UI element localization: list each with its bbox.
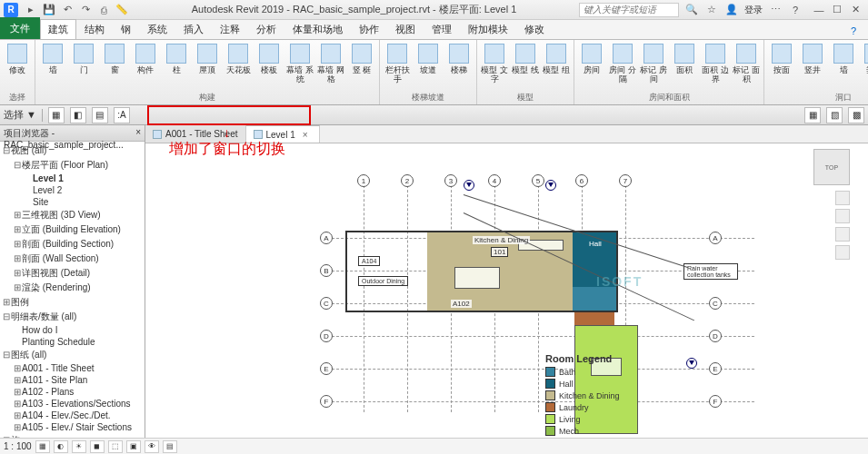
- ribbon-button-构件[interactable]: 构件: [131, 42, 160, 76]
- user-icon[interactable]: 👤: [724, 3, 739, 17]
- ribbon-button-楼板[interactable]: 楼板: [254, 42, 284, 76]
- ribbon-tab-附加模块[interactable]: 附加模块: [460, 19, 516, 39]
- view-scale[interactable]: 1 : 100: [4, 441, 32, 451]
- qat-undo-icon[interactable]: ↶: [60, 3, 75, 17]
- tree-node[interactable]: ⊞A105 - Elev./ Stair Sections: [2, 421, 143, 433]
- ribbon-button-墙[interactable]: 墙: [829, 42, 858, 76]
- opt-btn-1[interactable]: ▦: [48, 107, 65, 123]
- ribbon-button-窗[interactable]: 窗: [100, 42, 129, 76]
- browser-tree[interactable]: ⊟视图 (all)⊟楼层平面 (Floor Plan)Level 1Level …: [0, 142, 145, 438]
- ribbon-button-柱[interactable]: 柱: [162, 42, 191, 76]
- detail-level-icon[interactable]: ▦: [35, 440, 50, 453]
- drawing-canvas[interactable]: TOP 1234567 AABBCCDDEEFF: [145, 143, 868, 438]
- minimize-button[interactable]: —: [810, 3, 828, 17]
- app-icon[interactable]: R: [4, 3, 18, 17]
- tree-node[interactable]: ⊟明细表/数量 (all): [2, 310, 143, 324]
- select-dropdown[interactable]: 选择 ▼: [4, 108, 36, 122]
- ribbon-button-屋顶[interactable]: 屋顶: [193, 42, 222, 76]
- tree-node[interactable]: ⊞立面 (Building Elevation): [2, 222, 143, 237]
- doc-tab-A001---Title-Sheet[interactable]: A001 - Title Sheet: [145, 125, 246, 143]
- ribbon-button-面积[interactable]: 面积: [670, 42, 699, 76]
- tree-node[interactable]: ⊞详图视图 (Detail): [2, 266, 143, 281]
- tree-node[interactable]: ⊞剖面 (Building Section): [2, 237, 143, 252]
- ribbon-button-楼梯[interactable]: 楼梯: [444, 42, 474, 76]
- ribbon-button-标记房间[interactable]: 标记 房间: [639, 42, 668, 85]
- browser-close-icon[interactable]: ×: [135, 127, 141, 139]
- ribbon-button-幕墙网格[interactable]: 幕墙 网格: [316, 42, 345, 85]
- ribbon-button-模型线[interactable]: 模型 线: [511, 42, 540, 76]
- tree-node[interactable]: ⊞A101 - Site Plan: [2, 374, 143, 386]
- tree-node[interactable]: ⊞图例: [2, 295, 143, 310]
- nav-pan-icon[interactable]: [835, 227, 850, 242]
- qat-save-icon[interactable]: 💾: [42, 3, 56, 17]
- visual-style-icon[interactable]: ◐: [54, 440, 68, 453]
- tree-node[interactable]: ⊞A102 - Plans: [2, 386, 143, 398]
- shadows-icon[interactable]: ◼: [90, 440, 105, 453]
- qat-open-icon[interactable]: ▸: [24, 3, 38, 17]
- ribbon-button-门[interactable]: 门: [69, 42, 98, 76]
- tree-node[interactable]: ⊞A103 - Elevations/Sections: [2, 398, 143, 410]
- ribbon-tab-file[interactable]: 文件: [0, 17, 40, 39]
- nav-zoom-icon[interactable]: [835, 245, 850, 260]
- tree-node[interactable]: Level 1: [2, 173, 143, 184]
- ribbon-button-坡道[interactable]: 坡道: [414, 42, 443, 76]
- tree-node[interactable]: ⊞渲染 (Rendering): [2, 281, 143, 295]
- tree-node[interactable]: ⊞剖面 (Wall Section): [2, 252, 143, 266]
- ribbon-tab-协作[interactable]: 协作: [351, 19, 387, 39]
- nav-home-icon[interactable]: [835, 191, 850, 205]
- login-label[interactable]: 登录: [744, 4, 763, 16]
- nav-wheel-icon[interactable]: [835, 209, 850, 223]
- doc-tab-Level-1[interactable]: Level 1×: [246, 125, 320, 143]
- ribbon-button-墙[interactable]: 墙: [38, 42, 67, 76]
- ribbon-button-房间[interactable]: 房间: [577, 42, 606, 76]
- ribbon-button-按面[interactable]: 按面: [767, 42, 796, 76]
- tree-node[interactable]: ⊞A104 - Elev./Sec./Det.: [2, 410, 143, 421]
- opt-btn-3[interactable]: ▤: [92, 107, 108, 123]
- doc-tab-close-icon[interactable]: ×: [299, 130, 312, 140]
- ribbon-tab-分析[interactable]: 分析: [248, 19, 284, 39]
- tree-node[interactable]: ⊞族: [2, 433, 143, 438]
- opt-btn-6[interactable]: ▧: [826, 107, 843, 123]
- opt-btn-4[interactable]: :A: [114, 107, 130, 123]
- tree-node[interactable]: ⊞A001 - Title Sheet: [2, 362, 143, 374]
- sun-path-icon[interactable]: ☀: [72, 440, 86, 453]
- ribbon-button-标记面积[interactable]: 标记 面积: [732, 42, 761, 85]
- ribbon-button-竖井[interactable]: 竖井: [798, 42, 827, 76]
- tree-node[interactable]: ⊞三维视图 (3D View): [2, 208, 143, 222]
- opt-btn-7[interactable]: ▩: [848, 107, 864, 123]
- ribbon-tab-钢[interactable]: 钢: [113, 19, 139, 39]
- ribbon-button-竖梃[interactable]: 竖 梃: [347, 42, 376, 76]
- ribbon-button-模型组[interactable]: 模型 组: [542, 42, 571, 76]
- crop-region-icon[interactable]: ▣: [126, 440, 141, 453]
- infocenter-icon[interactable]: 🔍: [684, 3, 699, 17]
- qat-redo-icon[interactable]: ↷: [78, 3, 93, 17]
- tree-node[interactable]: Level 2: [2, 184, 143, 196]
- tree-node[interactable]: Site: [2, 196, 143, 208]
- ribbon-tab-注释[interactable]: 注释: [212, 19, 248, 39]
- ribbon-help[interactable]: ?: [843, 22, 864, 39]
- maximize-button[interactable]: ☐: [828, 3, 846, 17]
- ribbon-button-天花板[interactable]: 天花板: [224, 42, 253, 76]
- search-input[interactable]: [579, 3, 679, 17]
- view-cube[interactable]: TOP: [813, 149, 850, 185]
- ribbon-tab-管理[interactable]: 管理: [424, 19, 460, 39]
- ribbon-button-幕墙系统[interactable]: 幕墙 系统: [285, 42, 314, 85]
- ribbon-tab-结构[interactable]: 结构: [76, 19, 113, 39]
- hide-icon[interactable]: 👁: [145, 440, 159, 453]
- tree-node[interactable]: ⊟视图 (all): [2, 143, 143, 158]
- ribbon-tab-插入[interactable]: 插入: [175, 19, 212, 39]
- qat-measure-icon[interactable]: 📏: [115, 3, 129, 17]
- ribbon-button-房间分隔[interactable]: 房间 分隔: [608, 42, 637, 85]
- opt-btn-2[interactable]: ◧: [70, 107, 86, 123]
- help-icon[interactable]: ?: [788, 3, 803, 17]
- tree-node[interactable]: How do I: [2, 324, 143, 336]
- ribbon-tab-建筑[interactable]: 建筑: [40, 19, 76, 39]
- exchange-icon[interactable]: ⋯: [768, 3, 783, 17]
- qat-print-icon[interactable]: ⎙: [96, 3, 111, 17]
- ribbon-button-栏杆扶手[interactable]: 栏杆扶手: [383, 42, 412, 85]
- tree-node[interactable]: Planting Schedule: [2, 336, 143, 348]
- opt-btn-5[interactable]: ▦: [804, 107, 821, 123]
- close-button[interactable]: ✕: [846, 3, 864, 17]
- ribbon-button-模型文字[interactable]: 模型 文字: [480, 42, 509, 85]
- reveal-icon[interactable]: ▤: [163, 440, 177, 453]
